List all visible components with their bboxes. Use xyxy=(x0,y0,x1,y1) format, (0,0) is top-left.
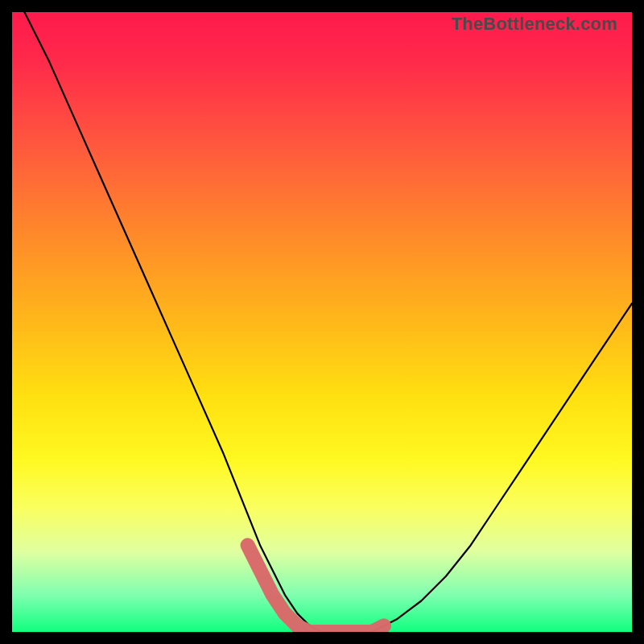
chart-svg xyxy=(12,12,632,632)
chart-frame: TheBottleneck.com xyxy=(0,0,644,644)
bottleneck-curve xyxy=(24,12,632,632)
plot-area: TheBottleneck.com xyxy=(12,12,632,632)
optimal-zone-highlight xyxy=(248,545,384,632)
